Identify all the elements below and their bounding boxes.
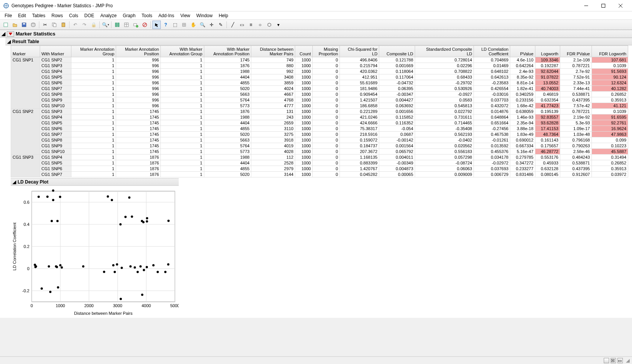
table-row[interactable]: CG1 SNP7199615020402410000181.94860.0639… (11, 86, 628, 92)
arrow-tool-icon[interactable] (152, 21, 161, 29)
menu-help[interactable]: Help (216, 12, 231, 19)
dropdown-icon[interactable]: ▾ (274, 21, 283, 29)
menu-edit[interactable]: Edit (15, 12, 29, 19)
table-row[interactable]: CG1 SNP511876144042528100000.883399-0.00… (11, 160, 628, 166)
zoom-tool-icon[interactable]: 🔍 (198, 21, 207, 29)
redo-icon[interactable]: ↷ (80, 21, 89, 29)
menu-analyze[interactable]: Analyze (97, 12, 120, 19)
disclosure-icon[interactable]: ◢ (7, 40, 11, 43)
help-tool-icon[interactable]: ? (162, 21, 170, 29)
rect-tool-icon[interactable]: ▭ (238, 21, 246, 29)
open-icon[interactable] (11, 21, 19, 29)
add-rows-icon[interactable]: + (131, 21, 140, 29)
menu-view[interactable]: View (177, 12, 193, 19)
table-row[interactable]: CG1 SNP101174515773402810000207.36720.06… (11, 149, 628, 155)
line-tool-icon[interactable]: ╱ (228, 21, 237, 29)
table-row[interactable]: CG1 SNP6117451485531101000075.38317-0.05… (11, 126, 628, 132)
disclosure-icon[interactable]: ◢ (12, 180, 16, 184)
column-header[interactable]: Marker AnnotationPosition (116, 46, 161, 57)
annotate-tool-icon[interactable]: ✎ (217, 21, 225, 29)
column-header[interactable]: Marker (11, 46, 40, 57)
table-row[interactable]: CG1 SNP3CG1 SNP41187611988112100001.1681… (11, 155, 628, 160)
paste-icon[interactable] (59, 21, 68, 29)
save-script-icon[interactable] (2, 21, 10, 29)
data-cell: 90.124 (592, 74, 628, 80)
column-header[interactable]: Standardized CompositeLD (415, 46, 474, 57)
table-row[interactable]: CG1 SNP5199614404340810000412.9510.11706… (11, 74, 628, 80)
database-icon[interactable] (29, 21, 37, 29)
table-row[interactable]: CG1 SNP2CG1 SNP31174511876131100000.2212… (11, 109, 628, 114)
data-cell: 1988 (204, 69, 251, 74)
data-cell: 0.347272 (510, 160, 535, 166)
new-column-icon[interactable] (113, 21, 121, 29)
section-result-table[interactable]: ◢ Result Table (5, 38, 632, 45)
column-header[interactable]: LD CorrelationCoefficient (474, 46, 510, 57)
table-row[interactable]: CG1 SNP911745157644019100000.1847370.001… (11, 143, 628, 149)
oval-tool-icon[interactable]: ○ (256, 21, 264, 29)
align-tool-icon[interactable]: ≡ (247, 21, 255, 29)
ld-decay-plot[interactable]: 010002000300040005000-0.200.20.40.6Dista… (11, 187, 632, 318)
lock-icon[interactable]: 🔒 (89, 21, 98, 29)
column-header[interactable]: Distance betweenMarker Pairs (251, 46, 295, 57)
column-header[interactable]: Chi-Squared forLD (340, 46, 379, 57)
column-header[interactable]: Marker AnnotationGroup (71, 46, 116, 57)
undo-icon[interactable]: ↶ (71, 21, 79, 29)
table-icon[interactable] (122, 21, 131, 29)
table-row[interactable]: CG1 SNP10199615773477710000186.68580.063… (11, 103, 628, 109)
table-row[interactable]: CG1 SNP81996156634667100000.909454-0.003… (11, 92, 628, 97)
column-header[interactable]: PValue (510, 46, 535, 57)
scroller-tool-icon[interactable] (180, 21, 188, 29)
disclosure-icon[interactable]: ◢ (2, 32, 5, 36)
menu-tools[interactable]: Tools (139, 12, 155, 19)
poly-tool-icon[interactable]: ⬡ (265, 21, 273, 29)
column-header[interactable]: With MarkerAnnotation Position (204, 46, 251, 57)
table-row[interactable]: CG1 SNP811745156633918100000.159072-0.00… (11, 137, 628, 143)
cut-icon[interactable]: ✂ (41, 21, 49, 29)
exclude-icon[interactable] (141, 21, 149, 29)
menu-graph[interactable]: Graph (120, 12, 138, 19)
close-button[interactable] (612, 0, 629, 11)
menu-triangle-icon[interactable] (7, 31, 14, 37)
column-header[interactable]: With MarkerAnnotation Group (161, 46, 204, 57)
column-header[interactable]: Logworth (535, 46, 560, 57)
result-table[interactable]: MarkerWith MarkerMarker AnnotationGroupM… (11, 45, 628, 177)
selection-tool-icon[interactable]: ⬚ (171, 21, 179, 29)
menu-cols[interactable]: Cols (66, 12, 81, 19)
data-cell: 7.44e-41 (560, 86, 592, 92)
menu-doe[interactable]: DOE (81, 12, 97, 19)
table-row[interactable]: CG1 SNP619961485538591000055.61689-0.047… (11, 80, 628, 86)
data-cell: 0.68433 (415, 74, 474, 80)
table-row[interactable]: CG1 SNP419961198899210000420.03620.11806… (11, 69, 628, 74)
menu-window[interactable]: Window (193, 12, 216, 19)
zoom-icon[interactable]: 🔍▾ (101, 21, 110, 29)
scatter-plot[interactable]: 010002000300040005000-0.200.20.40.6Dista… (11, 187, 179, 317)
minimize-button[interactable] (577, 0, 595, 11)
menu-tables[interactable]: Tables (29, 12, 48, 19)
menu-file[interactable]: File (2, 12, 15, 19)
menu-rows[interactable]: Rows (48, 12, 66, 19)
crosshair-tool-icon[interactable]: ✛ (207, 21, 216, 29)
table-row[interactable]: CG1 SNP71174515020327510000218.59160.068… (11, 132, 628, 137)
column-header[interactable]: FDR Logworth (592, 46, 628, 57)
copy-icon[interactable] (50, 21, 58, 29)
column-header[interactable]: MissingProportion (312, 46, 339, 57)
column-header[interactable]: Composite LD (379, 46, 415, 57)
section-ld-decay-plot[interactable]: ◢ LD Decay Plot (11, 178, 179, 186)
table-row[interactable]: CG1 SNP91996157644768100001.4215070.0044… (11, 97, 628, 103)
svg-point-75 (55, 265, 57, 267)
table-row[interactable]: CG1 SNP711876150203144100000.0452820.000… (11, 172, 628, 177)
table-row[interactable]: CG1 SNP4117451198824310000421.02460.1158… (11, 114, 628, 120)
grabber-tool-icon[interactable]: ✋ (189, 21, 197, 29)
maximize-button[interactable] (595, 0, 612, 11)
column-header[interactable]: FDR PValue (560, 46, 592, 57)
column-header[interactable]: With Marker (40, 46, 71, 57)
table-row[interactable]: CG1 SNP1CG1 SNP219961174574910000496.840… (11, 57, 628, 63)
column-header[interactable]: Count (295, 46, 313, 57)
data-cell: 45.5887 (592, 149, 628, 155)
save-icon[interactable] (20, 21, 28, 29)
menu-add-ins[interactable]: Add-Ins (155, 12, 177, 19)
table-row[interactable]: CG1 SNP51174514404265910000424.66660.116… (11, 120, 628, 126)
table-row[interactable]: CG1 SNP611876148552979100001.4207670.004… (11, 166, 628, 172)
table-row[interactable]: CG1 SNP3199611876880100000.2157940.00166… (11, 63, 628, 69)
section-marker-statistics[interactable]: ◢ Marker Statistics (0, 30, 632, 38)
